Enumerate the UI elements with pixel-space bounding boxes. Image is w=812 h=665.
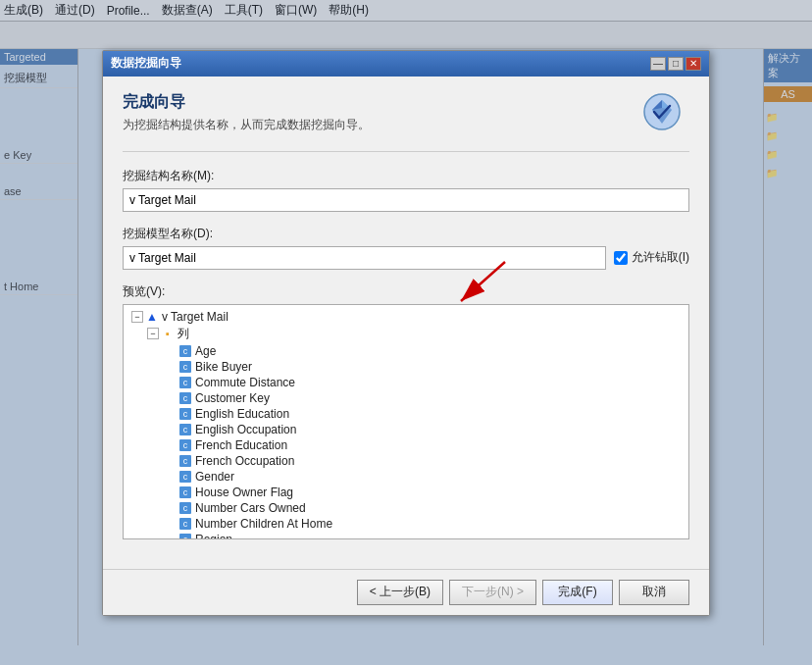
dialog-title: 数据挖掘向导 [111, 55, 181, 72]
model-name-input[interactable] [123, 246, 606, 270]
list-item: c English Education [127, 406, 685, 422]
model-name-group: 挖掘模型名称(D): 允许钻取(I) [123, 226, 689, 270]
columns-folder-icon: ▪ [161, 327, 175, 340]
columns-toggle[interactable]: − [147, 328, 159, 339]
columns-folder-label: 列 [178, 326, 189, 342]
structure-name-label: 挖掘结构名称(M): [123, 168, 689, 184]
preview-box[interactable]: − ▲ v Target Mail − ▪ 列 c Age [123, 304, 689, 539]
list-item: c Commute Distance [127, 375, 685, 390]
wizard-subtitle: 为挖掘结构提供名称，从而完成数据挖掘向导。 [123, 117, 370, 133]
col-age: Age [195, 344, 216, 358]
col-bikebuyer: Bike Buyer [195, 360, 252, 374]
col-region: Region [195, 533, 232, 539]
col-gender: Gender [195, 470, 234, 484]
wizard-title: 完成向导 [123, 92, 370, 113]
model-name-row: 允许钻取(I) [123, 246, 689, 270]
col-icon-englishedu: c [178, 407, 192, 421]
col-icon-customerkey: c [178, 391, 192, 405]
col-icon-age: c [178, 344, 192, 358]
dialog-titlebar: 数据挖掘向导 — □ ✕ [103, 51, 709, 77]
next-button[interactable]: 下一步(N) > [449, 580, 536, 605]
col-icon-region: c [178, 533, 192, 539]
col-icon-gender: c [178, 470, 192, 484]
maximize-button[interactable]: □ [668, 57, 684, 71]
col-customerkey: Customer Key [195, 391, 270, 405]
col-frenchocc: French Occupation [195, 454, 294, 468]
model-name-label: 挖掘模型名称(D): [123, 226, 689, 242]
list-item: c Gender [127, 469, 685, 485]
col-frenchedu: French Education [195, 438, 287, 452]
finish-button[interactable]: 完成(F) [542, 580, 613, 605]
close-button[interactable]: ✕ [685, 57, 701, 71]
list-item: c House Owner Flag [127, 485, 685, 500]
list-item: c Region [127, 532, 685, 539]
dialog-content: 完成向导 为挖掘结构提供名称，从而完成数据挖掘向导。 挖掘结构名称 [103, 77, 709, 569]
col-icon-numcars: c [178, 501, 192, 515]
list-item: c Number Cars Owned [127, 500, 685, 516]
back-button[interactable]: < 上一步(B) [357, 580, 443, 605]
cancel-button[interactable]: 取消 [619, 580, 689, 605]
col-numcars: Number Cars Owned [195, 501, 306, 515]
col-icon-frenchocc: c [178, 454, 192, 468]
dialog-footer: < 上一步(B) 下一步(N) > 完成(F) 取消 [103, 569, 709, 615]
preview-group: 预览(V): − ▲ v Target Mail − ▪ 列 [123, 283, 689, 539]
col-icon-englishocc: c [178, 423, 192, 436]
titlebar-controls: — □ ✕ [650, 57, 701, 71]
list-item: c French Occupation [127, 453, 685, 469]
drillthrough-label: 允许钻取(I) [614, 249, 689, 266]
drillthrough-checkbox[interactable] [614, 251, 628, 265]
tree-columns-folder: − ▪ 列 [127, 325, 685, 343]
wizard-header: 完成向导 为挖掘结构提供名称，从而完成数据挖掘向导。 [123, 92, 689, 152]
col-icon-numchildren: c [178, 517, 192, 531]
wizard-dialog: 数据挖掘向导 — □ ✕ 完成向导 为挖掘结构提供名称，从而完成数据挖掘向导。 [102, 50, 710, 616]
list-item: c Customer Key [127, 390, 685, 406]
col-numchildren: Number Children At Home [195, 517, 332, 531]
col-commute: Commute Distance [195, 376, 295, 389]
structure-name-group: 挖掘结构名称(M): [123, 168, 689, 212]
root-label: v Target Mail [162, 310, 228, 324]
col-englishedu: English Education [195, 407, 289, 421]
col-icon-commute: c [178, 376, 192, 389]
list-item: c French Education [127, 437, 685, 453]
list-item: c Age [127, 343, 685, 359]
list-item: c Bike Buyer [127, 359, 685, 375]
dialog-overlay: 数据挖掘向导 — □ ✕ 完成向导 为挖掘结构提供名称，从而完成数据挖掘向导。 [0, 0, 812, 665]
structure-name-input[interactable] [123, 188, 689, 212]
wizard-header-text: 完成向导 为挖掘结构提供名称，从而完成数据挖掘向导。 [123, 92, 370, 133]
preview-label: 预览(V): [123, 283, 689, 300]
drillthrough-text: 允许钻取(I) [632, 249, 689, 266]
col-houseowner: House Owner Flag [195, 486, 293, 499]
list-item: c English Occupation [127, 422, 685, 437]
root-toggle[interactable]: − [131, 311, 143, 323]
col-icon-houseowner: c [178, 486, 192, 499]
wizard-icon [642, 92, 689, 139]
col-icon-bikebuyer: c [178, 360, 192, 374]
tree-root: − ▲ v Target Mail [127, 309, 685, 325]
col-icon-frenchedu: c [178, 438, 192, 452]
col-englishocc: English Occupation [195, 423, 296, 436]
minimize-button[interactable]: — [650, 57, 666, 71]
list-item: c Number Children At Home [127, 516, 685, 532]
root-model-icon: ▲ [145, 310, 159, 324]
